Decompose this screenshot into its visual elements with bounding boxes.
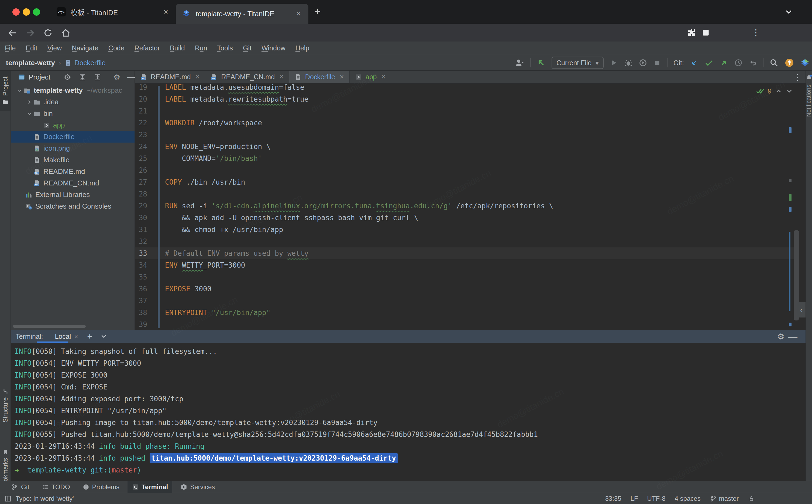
tree-item-template-wetty[interactable]: template-wetty~/workspac xyxy=(11,85,135,96)
chevron-down-icon[interactable] xyxy=(16,87,24,94)
git-branch-widget[interactable]: master xyxy=(710,495,739,502)
tree-item-dockerfile[interactable]: Dockerfile xyxy=(11,131,135,143)
expand-all-icon[interactable] xyxy=(78,73,87,81)
menu-help[interactable]: Help xyxy=(295,44,309,52)
update-orange-icon[interactable] xyxy=(785,58,794,68)
menu-edit[interactable]: Edit xyxy=(26,44,37,52)
gear-icon[interactable]: ⚙ xyxy=(113,73,120,82)
code-line-39[interactable]: 39 xyxy=(135,319,794,330)
file-encoding[interactable]: UTF-8 xyxy=(647,495,666,502)
close-terminal-tab-icon[interactable]: × xyxy=(74,333,78,340)
menu-view[interactable]: View xyxy=(47,44,62,52)
menu-build[interactable]: Build xyxy=(170,44,185,52)
code-viewport[interactable]: 19LABEL metadata.usesubdomain=false20LAB… xyxy=(135,84,794,330)
code-line-22[interactable]: 22WORKDIR /root/workspace xyxy=(135,117,794,129)
tree-item-app[interactable]: app xyxy=(11,119,135,131)
editor-tab-readme-md[interactable]: MDREADME.md× xyxy=(135,71,205,83)
new-terminal-plus-icon[interactable]: + xyxy=(87,332,92,341)
code-line-28[interactable]: 28 xyxy=(135,188,794,200)
run-button[interactable] xyxy=(610,58,618,67)
locate-target-icon[interactable] xyxy=(63,73,71,81)
menu-run[interactable]: Run xyxy=(195,44,207,52)
chevron-right-icon[interactable] xyxy=(25,99,33,105)
code-line-34[interactable]: 34ENV WETTY_PORT=3000 xyxy=(135,259,794,271)
hide-panel-minus-icon[interactable]: — xyxy=(127,73,135,82)
code-line-38[interactable]: 38ENTRYPOINT "/usr/bin/app" xyxy=(135,307,794,319)
toolwindow-problems[interactable]: Problems xyxy=(78,481,124,493)
layout-icon[interactable] xyxy=(4,495,12,502)
code-line-27[interactable]: 27COPY ./bin /usr/bin xyxy=(135,176,794,188)
menu-code[interactable]: Code xyxy=(108,44,125,52)
minimize-window-button[interactable] xyxy=(23,8,30,16)
menu-file[interactable]: File xyxy=(5,44,16,52)
menu-window[interactable]: Window xyxy=(262,44,285,52)
code-line-26[interactable]: 26 xyxy=(135,164,794,176)
debug-bug-icon[interactable] xyxy=(624,58,633,67)
browser-tab-2-active[interactable]: template-wetty - TitanIDE × xyxy=(176,4,308,24)
terminal-output[interactable]: INFO[0050] Taking snapshot of full files… xyxy=(11,343,806,481)
history-clock-icon[interactable] xyxy=(734,58,743,67)
tree-item--idea[interactable]: .idea xyxy=(11,96,135,108)
code-line-30[interactable]: 30 && apk add -U openssh-client sshpass … xyxy=(135,212,794,224)
stripe-mark[interactable] xyxy=(789,194,792,201)
code-line-25[interactable]: 25 COMMAND='/bin/bash' xyxy=(135,153,794,164)
tree-item-readme-md[interactable]: MDREADME.md xyxy=(11,166,135,177)
code-line-31[interactable]: 31 && chmod +x /usr/bin/app xyxy=(135,224,794,236)
terminal-tab-local[interactable]: Local× xyxy=(55,333,78,340)
tree-item-icon-png[interactable]: icon.png xyxy=(11,143,135,154)
terminal-dropdown-chevron-icon[interactable] xyxy=(100,332,108,340)
stripe-mark[interactable] xyxy=(789,127,792,133)
run-configuration-select[interactable]: Current File ▾ xyxy=(552,57,604,69)
close-window-button[interactable] xyxy=(12,8,20,16)
code-line-37[interactable]: 37 xyxy=(135,295,794,307)
tree-item-readme-cn-md[interactable]: MDREADME_CN.md xyxy=(11,177,135,189)
search-icon[interactable] xyxy=(769,58,779,67)
toolwindow-todo[interactable]: TODO xyxy=(37,481,74,493)
menu-tools[interactable]: Tools xyxy=(217,44,233,52)
line-ending[interactable]: LF xyxy=(631,495,638,502)
breadcrumb[interactable]: template-wetty › Dockerfile xyxy=(6,55,106,71)
code-line-23[interactable]: 23 xyxy=(135,129,794,141)
user-icon[interactable] xyxy=(515,58,524,68)
stripe-mark-long[interactable] xyxy=(789,232,790,311)
code-line-24[interactable]: 24ENV NODE_ENV=production \ xyxy=(135,141,794,153)
caret-position[interactable]: 33:35 xyxy=(605,495,621,502)
close-tab-icon[interactable]: × xyxy=(162,7,170,16)
tree-item-bin[interactable]: bin xyxy=(11,108,135,119)
stripe-mark[interactable] xyxy=(789,323,792,326)
close-tab-icon[interactable]: × xyxy=(195,73,200,81)
close-tab-icon[interactable]: × xyxy=(340,73,344,81)
tree-item-makefile[interactable]: Makefile xyxy=(11,154,135,166)
notifications-bell-icon[interactable] xyxy=(806,74,812,81)
status-message[interactable]: Typo: In word 'wetty' xyxy=(16,495,74,502)
toolwindow-git[interactable]: Git xyxy=(7,481,34,493)
git-commit-check-icon[interactable] xyxy=(704,58,714,67)
code-line-32[interactable]: 32 xyxy=(135,236,794,247)
close-tab-icon[interactable]: × xyxy=(294,9,302,18)
side-panel-icon[interactable] xyxy=(701,28,710,37)
notifications-tab[interactable]: Notifications xyxy=(806,81,812,117)
extensions-puzzle-icon[interactable] xyxy=(687,28,696,37)
project-tool-tab[interactable]: Project xyxy=(0,71,11,111)
git-update-icon[interactable] xyxy=(690,58,699,67)
stop-button[interactable] xyxy=(653,59,661,67)
code-line-36[interactable]: 36EXPOSE 3000 xyxy=(135,283,794,295)
unlock-icon[interactable] xyxy=(748,495,755,502)
stripe-mark[interactable] xyxy=(789,207,792,212)
code-line-35[interactable]: 35 xyxy=(135,271,794,283)
tab-search-chevron-icon[interactable] xyxy=(784,7,794,17)
terminal-settings-gear-icon[interactable]: ⚙ xyxy=(777,332,785,341)
code-line-19[interactable]: 19LABEL metadata.usesubdomain=false xyxy=(135,84,794,93)
toolwindow-services[interactable]: Services xyxy=(176,481,219,493)
tree-item-external-libraries[interactable]: External Libraries xyxy=(11,189,135,201)
breadcrumb-file[interactable]: Dockerfile xyxy=(74,59,106,67)
forward-icon[interactable] xyxy=(25,28,35,38)
code-line-33[interactable]: 33# Default ENV params used by wetty xyxy=(135,247,794,259)
stripe-mark[interactable] xyxy=(789,179,792,182)
menu-navigate[interactable]: Navigate xyxy=(72,44,98,52)
indent-setting[interactable]: 4 spaces xyxy=(675,495,701,502)
close-tab-icon[interactable]: × xyxy=(381,73,386,81)
home-icon[interactable] xyxy=(61,28,71,38)
structure-tool-tab[interactable]: Structure xyxy=(0,389,11,422)
toolwindow-terminal[interactable]: Terminal xyxy=(128,481,172,493)
